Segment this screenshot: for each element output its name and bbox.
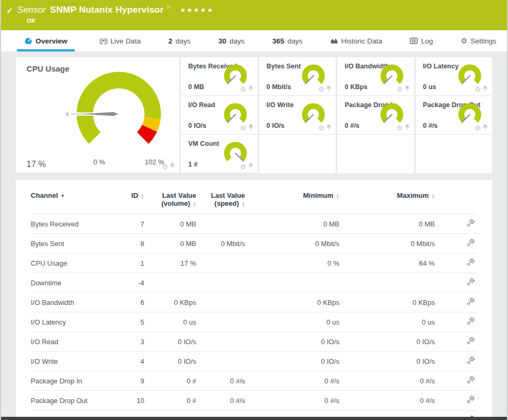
- gear-icon[interactable]: ⚙: [397, 86, 403, 93]
- last-value-volume: 0 KBps: [144, 293, 196, 312]
- channel-settings-icon[interactable]: [467, 258, 475, 268]
- channel-id: -4: [115, 273, 144, 293]
- maximum-value: 0 IO/s: [339, 352, 435, 371]
- status-check-icon: ✓: [6, 6, 13, 15]
- pin-icon[interactable]: [248, 84, 253, 94]
- tab-live-data[interactable]: ((•)) Live Data: [96, 30, 144, 51]
- column-header-maximum[interactable]: Maximum▲▼: [339, 184, 435, 214]
- gauge-title: Bytes Sent: [267, 63, 301, 70]
- gauge-current-value: 0 #/s: [345, 122, 360, 129]
- pin-icon[interactable]: [405, 123, 410, 133]
- column-header-minimum[interactable]: Minimum▲▼: [245, 184, 339, 214]
- channel-settings-icon[interactable]: [467, 317, 475, 327]
- gear-icon[interactable]: ⚙: [162, 163, 168, 170]
- column-header-last-value-volume[interactable]: Last Value(volume)▲▼: [144, 184, 196, 214]
- gear-icon[interactable]: ⚙: [318, 125, 325, 132]
- last-value-volume: 0 IO/s: [144, 332, 196, 352]
- gauge-current-value: 0 IO/s: [267, 122, 285, 129]
- gauge-title: VM Count: [188, 140, 219, 147]
- mini-gauge-vm-count: VM Count 1 # ⚙: [181, 135, 258, 173]
- pin-icon[interactable]: [248, 123, 253, 133]
- tab-label: Settings: [470, 37, 496, 45]
- tab-log[interactable]: Log: [407, 30, 436, 51]
- channel-name: Bytes Received: [31, 214, 115, 234]
- channel-id: 9: [115, 371, 144, 391]
- last-value-speed: 0 Mbit/s: [196, 234, 245, 253]
- log-icon: [410, 38, 418, 44]
- broadcast-icon: ((•)): [99, 37, 107, 45]
- tab-30-days[interactable]: 30 days: [215, 30, 248, 51]
- last-value-volume: 0 #: [144, 391, 196, 410]
- gear-icon[interactable]: ⚙: [240, 163, 247, 170]
- channel-settings-icon[interactable]: [467, 298, 475, 307]
- last-value-volume: 1 #: [144, 410, 196, 417]
- pin-icon[interactable]: [170, 162, 175, 171]
- channel-id: 1: [115, 253, 144, 273]
- minimum-value: [245, 273, 339, 293]
- minimum-value: 0 IO/s: [245, 332, 339, 352]
- flag-icon[interactable]: ⚐: [166, 4, 171, 11]
- minimum-value: 1 #: [245, 410, 339, 417]
- sort-icon: ▲▼: [141, 194, 144, 199]
- tab-2-days[interactable]: 2 days: [165, 30, 194, 51]
- channel-name: Package Drop Out: [31, 391, 115, 410]
- average-marker: x̄: [66, 111, 69, 117]
- table-row: I/O Bandwidth 6 0 KBps 0 KBps 0 KBps: [31, 293, 477, 312]
- gauge-current-value: 0 IO/s: [188, 122, 206, 129]
- channel-id: 6: [115, 293, 144, 312]
- sensor-header: ✓ Sensor SNMP Nutanix Hypervisor ⚐ ★★★★★…: [1, 0, 507, 30]
- maximum-value: 0 #/s: [339, 391, 435, 410]
- empty-panel: [259, 135, 336, 173]
- tab-overview[interactable]: Overview: [17, 30, 75, 51]
- sort-desc-icon: ▼: [60, 194, 65, 198]
- mini-gauge-io-latency: I/O Latency 0 us ⚙: [416, 57, 493, 96]
- tab-365-days[interactable]: 365 days: [269, 30, 305, 51]
- table-row: Bytes Sent 8 0 MB 0 Mbit/s 0 Mbit/s 0 Mb…: [31, 234, 477, 253]
- gear-icon[interactable]: ⚙: [475, 86, 481, 93]
- column-header-channel[interactable]: Channel▼: [31, 184, 115, 214]
- status-badge: OK: [27, 18, 214, 24]
- gear-icon[interactable]: ⚙: [397, 125, 403, 132]
- tab-historic-data[interactable]: Historic Data: [327, 30, 386, 51]
- column-header-last-value-speed[interactable]: Last Value(speed)▲▼: [196, 184, 245, 214]
- channel-settings-icon[interactable]: [467, 239, 475, 248]
- minimum-value: 0 #/s: [245, 391, 339, 410]
- tab-label: Live Data: [110, 37, 141, 45]
- channel-settings-icon[interactable]: [467, 278, 475, 287]
- column-header-id[interactable]: ID▲▼: [115, 184, 144, 214]
- pin-icon[interactable]: [326, 123, 331, 133]
- gauge-current-value: 0 us: [423, 83, 436, 91]
- channel-settings-icon[interactable]: [467, 396, 475, 405]
- priority-stars[interactable]: ★★★★★: [180, 6, 214, 14]
- channel-name: Downtime: [31, 273, 115, 293]
- channel-settings-icon[interactable]: [467, 219, 475, 229]
- gear-icon[interactable]: ⚙: [475, 125, 481, 132]
- maximum-value: 0 #/s: [339, 371, 435, 391]
- maximum-value: 64 %: [339, 253, 435, 273]
- gauge-current-value: 0 #/s: [423, 122, 438, 129]
- gauge-current-value: 0 MB: [188, 83, 204, 91]
- channel-table: Channel▼ ID▲▼ Last Value(volume)▲▼ Last …: [31, 184, 477, 417]
- mini-gauge-package-drop-out: Package Drop Out 0 #/s ⚙: [416, 96, 493, 135]
- pin-icon[interactable]: [483, 123, 488, 133]
- tab-settings[interactable]: ⚙ Settings: [458, 30, 500, 51]
- channel-settings-icon[interactable]: [467, 376, 475, 386]
- pin-icon[interactable]: [248, 162, 253, 171]
- pin-icon[interactable]: [405, 84, 410, 94]
- gear-icon[interactable]: ⚙: [240, 86, 247, 93]
- mini-gauge-package-drop-in: Package Drop In 0 #/s ⚙: [337, 96, 414, 135]
- channel-name: I/O Bandwidth: [31, 293, 115, 312]
- channel-settings-icon[interactable]: [467, 356, 475, 366]
- channel-id: 5: [115, 312, 144, 332]
- sort-icon: ▲▼: [193, 202, 196, 207]
- pin-icon[interactable]: [326, 84, 331, 94]
- gear-icon[interactable]: ⚙: [318, 86, 325, 93]
- gear-icon[interactable]: ⚙: [240, 125, 247, 132]
- minimum-value: 0 MB: [245, 214, 339, 234]
- last-value-volume: [144, 273, 196, 293]
- gear-icon: ⚙: [461, 37, 468, 45]
- gauge-icon: [24, 37, 32, 45]
- pin-icon[interactable]: [483, 84, 488, 94]
- channel-settings-icon[interactable]: [467, 337, 475, 346]
- last-value-volume: 0 #: [144, 371, 196, 391]
